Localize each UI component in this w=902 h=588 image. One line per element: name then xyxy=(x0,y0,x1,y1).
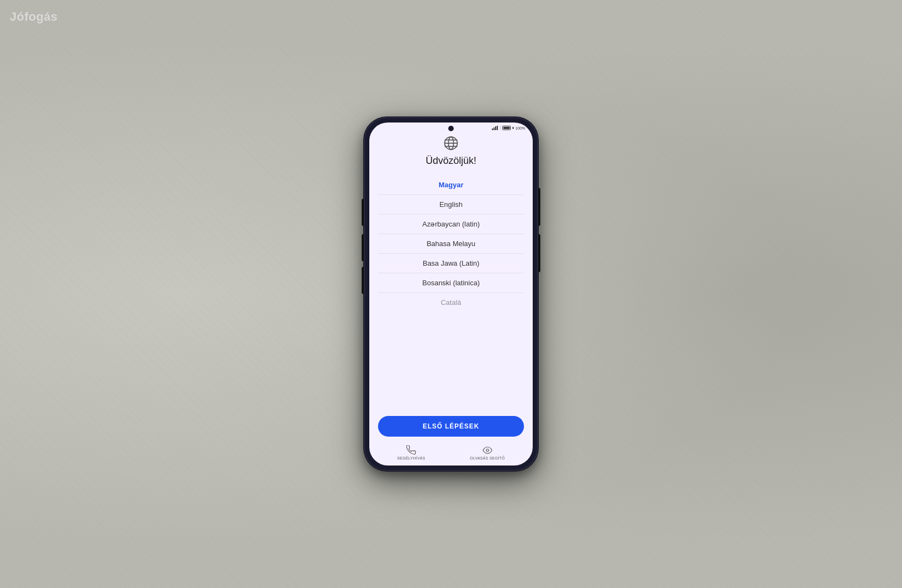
phone-icon xyxy=(406,445,416,455)
watermark-logo: Jófogás xyxy=(10,10,58,24)
status-bar: 100% xyxy=(369,122,533,131)
cta-button[interactable]: ELSŐ LÉPÉSEK xyxy=(378,416,524,437)
language-item-english[interactable]: English xyxy=(378,195,524,215)
eye-icon xyxy=(483,445,492,455)
divider xyxy=(500,126,501,130)
language-item-catala[interactable]: Català xyxy=(378,293,524,312)
language-item-magyar[interactable]: Magyar xyxy=(378,175,524,195)
emergency-call-button[interactable]: SEGÉLYHÍVÁS xyxy=(397,445,425,460)
screen-content: Üdvözöljük! Magyar English Azərbaycan (l… xyxy=(369,131,533,442)
svg-rect-0 xyxy=(492,128,493,130)
welcome-title: Üdvözöljük! xyxy=(425,155,476,167)
battery-fill xyxy=(503,127,510,129)
globe-icon xyxy=(443,136,459,151)
phone-shell: 100% Üdvözöljük! xyxy=(364,117,538,471)
battery-tip xyxy=(513,127,514,129)
language-item-bosanski[interactable]: Bosanski (latinica) xyxy=(378,273,524,293)
battery-icon xyxy=(502,126,511,130)
signal-icon xyxy=(492,126,498,130)
svg-point-9 xyxy=(486,449,489,452)
emergency-call-label: SEGÉLYHÍVÁS xyxy=(397,456,425,460)
language-item-bahasa[interactable]: Bahasa Melayu xyxy=(378,234,524,254)
language-item-azerbaycan[interactable]: Azərbaycan (latin) xyxy=(378,215,524,234)
language-item-basa-jawa[interactable]: Basa Jawa (Latin) xyxy=(378,254,524,273)
reading-helper-button[interactable]: OLVASÁS SEGÍTŐ xyxy=(470,445,505,460)
phone-screen: 100% Üdvözöljük! xyxy=(369,122,533,465)
camera-notch xyxy=(448,126,454,131)
language-list: Magyar English Azərbaycan (latin) Bahasa… xyxy=(378,175,524,412)
status-icons: 100% xyxy=(492,126,525,130)
svg-rect-2 xyxy=(495,126,496,130)
phone-device: 100% Üdvözöljük! xyxy=(364,117,538,471)
reading-helper-label: OLVASÁS SEGÍTŐ xyxy=(470,456,505,460)
battery-percent: 100% xyxy=(515,126,525,130)
bottom-bar: SEGÉLYHÍVÁS OLVASÁS SEGÍTŐ xyxy=(369,442,533,465)
svg-rect-1 xyxy=(493,127,495,130)
svg-rect-3 xyxy=(497,126,498,130)
